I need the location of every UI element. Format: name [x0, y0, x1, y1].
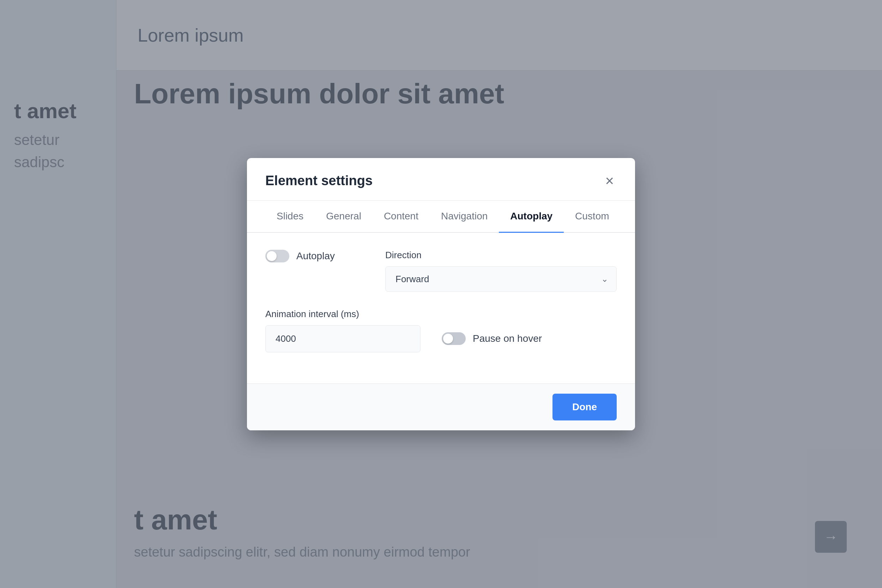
tab-content[interactable]: Content	[372, 201, 430, 233]
modal-footer: Done	[247, 383, 635, 430]
autoplay-toggle-group: Autoplay	[265, 250, 364, 262]
direction-select-wrapper: Forward Backward ⌄	[385, 266, 617, 292]
tab-slides[interactable]: Slides	[265, 201, 315, 233]
modal-title: Element settings	[265, 173, 372, 188]
autoplay-label: Autoplay	[296, 250, 335, 262]
done-button[interactable]: Done	[552, 394, 617, 420]
modal-header: Element settings ×	[247, 158, 635, 201]
pause-on-hover-toggle[interactable]	[442, 332, 466, 345]
autoplay-toggle[interactable]	[265, 250, 289, 262]
close-button[interactable]: ×	[602, 172, 617, 190]
interval-row: Pause on hover	[265, 325, 617, 352]
tab-autoplay[interactable]: Autoplay	[499, 201, 564, 233]
interval-section: Animation interval (ms) Pause on hover	[265, 309, 617, 352]
tab-general[interactable]: General	[315, 201, 372, 233]
direction-label: Direction	[385, 250, 617, 261]
direction-group: Direction Forward Backward ⌄	[385, 250, 617, 292]
modal-overlay: Element settings × Slides General Conten…	[0, 0, 882, 588]
direction-select[interactable]: Forward Backward	[385, 266, 617, 292]
autoplay-toggle-wrapper: Autoplay	[265, 250, 335, 262]
element-settings-modal: Element settings × Slides General Conten…	[247, 158, 635, 430]
interval-input[interactable]	[265, 325, 420, 352]
tab-custom[interactable]: Custom	[564, 201, 620, 233]
interval-label: Animation interval (ms)	[265, 309, 617, 320]
tab-navigation[interactable]: Navigation	[430, 201, 499, 233]
autoplay-row: Autoplay Direction Forward Backward ⌄	[265, 250, 617, 292]
tabs-bar: Slides General Content Navigation Autopl…	[247, 201, 635, 233]
pause-toggle-knob	[443, 334, 453, 344]
modal-body: Autoplay Direction Forward Backward ⌄	[247, 233, 635, 383]
toggle-knob	[267, 251, 277, 261]
pause-hover-group: Pause on hover	[442, 332, 542, 345]
pause-on-hover-label: Pause on hover	[473, 333, 542, 344]
